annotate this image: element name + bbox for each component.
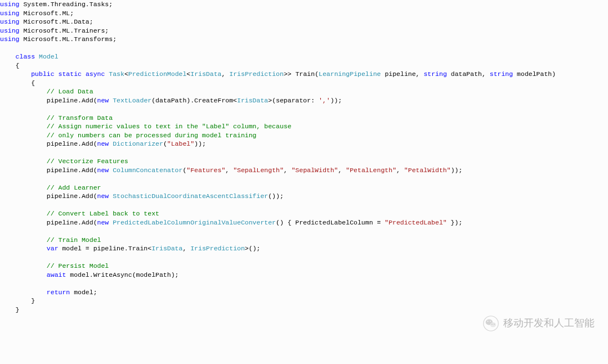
svg-point-3 [488, 321, 489, 322]
svg-point-6 [494, 323, 495, 325]
svg-point-2 [490, 322, 496, 327]
svg-point-4 [490, 321, 491, 322]
watermark: 移动开发和人工智能 [483, 316, 594, 331]
wechat-icon [483, 316, 499, 331]
code-editor: using System.Threading.Tasks; using Micr… [0, 0, 608, 314]
watermark-text: 移动开发和人工智能 [503, 319, 594, 328]
svg-point-5 [491, 323, 493, 325]
